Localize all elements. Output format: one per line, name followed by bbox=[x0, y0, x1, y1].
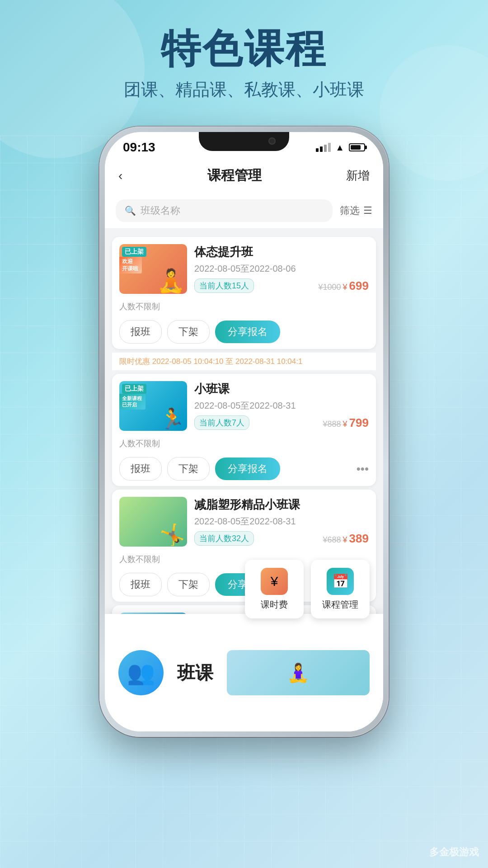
card-1-meta: 当前人数15人 ¥1000 ¥ 699 bbox=[194, 278, 369, 293]
phone-mockup: 09:13 ▲ bbox=[99, 127, 389, 737]
card-3-people: 当前人数32人 bbox=[194, 531, 254, 546]
card-2-top: 已上架 全新课程已开启 小班课 2022-08-05至2022-08-31 当前… bbox=[112, 374, 376, 438]
phone-frame: 09:13 ▲ bbox=[99, 127, 389, 737]
card-3-price: ¥688 ¥ 389 bbox=[323, 532, 369, 546]
bottom-thumb-img: 🧘‍♀️ bbox=[227, 650, 370, 695]
card-1-top: 已上架 欢迎开课啦 体态提升班 2022-08-05至2022-08-06 当前… bbox=[112, 237, 376, 301]
card-2-price: ¥888 ¥ 799 bbox=[323, 416, 369, 430]
card-2-enroll-btn[interactable]: 报班 bbox=[119, 457, 162, 481]
add-button[interactable]: 新增 bbox=[346, 168, 370, 184]
status-icons: ▲ bbox=[316, 142, 365, 153]
card-3-meta: 当前人数32人 ¥688 ¥ 389 bbox=[194, 531, 369, 546]
card-1-actions: 报班 下架 分享报名 bbox=[112, 315, 376, 349]
card-2-title: 小班课 bbox=[194, 381, 369, 397]
card-3-date: 2022-08-05至2022-08-31 bbox=[194, 515, 369, 528]
card-3-enroll-btn[interactable]: 报班 bbox=[119, 573, 162, 596]
signal-icon bbox=[316, 143, 331, 152]
fee-icon: ¥ bbox=[261, 568, 288, 595]
card-2-price-new: 799 bbox=[349, 416, 369, 430]
card-2-status-tag: 已上架 bbox=[122, 384, 146, 394]
mgmt-label: 课程管理 bbox=[322, 599, 358, 611]
card-3-shelve-btn[interactable]: 下架 bbox=[167, 573, 210, 596]
page-title: 课程管理 bbox=[207, 166, 262, 185]
card-1-price-new: 699 bbox=[349, 279, 369, 293]
course-card-2: 已上架 全新课程已开启 小班课 2022-08-05至2022-08-31 当前… bbox=[112, 374, 376, 486]
card-2-meta: 当前人数7人 ¥888 ¥ 799 bbox=[194, 415, 369, 430]
card-2-capacity: 人数不限制 bbox=[112, 438, 376, 452]
card-2-share-btn[interactable]: 分享报名 bbox=[215, 458, 280, 480]
battery-icon bbox=[349, 143, 365, 151]
search-input-box[interactable]: 🔍 班级名称 bbox=[116, 199, 333, 222]
hero-title: 特色课程 bbox=[0, 27, 488, 71]
bottom-thumbnail: 🧘‍♀️ bbox=[227, 650, 370, 695]
promo-banner: 限时优惠 2022-08-05 10:04:10 至 2022-08-31 10… bbox=[112, 353, 376, 370]
card-2-price-old: ¥888 bbox=[323, 420, 341, 429]
card-2-date: 2022-08-05至2022-08-31 bbox=[194, 400, 369, 412]
card-2-price-currency: ¥ bbox=[343, 420, 347, 429]
mgmt-icon: 📅 bbox=[327, 568, 354, 595]
screen-content: 09:13 ▲ bbox=[105, 132, 383, 731]
card-3-thumbnail bbox=[119, 497, 187, 547]
phone-screen: 09:13 ▲ bbox=[105, 132, 383, 731]
wifi-icon: ▲ bbox=[335, 142, 344, 153]
card-1-price-old: ¥1000 bbox=[319, 283, 341, 292]
card-1-price: ¥1000 ¥ 699 bbox=[319, 279, 369, 293]
hero-section: 特色课程 团课、精品课、私教课、小班课 bbox=[0, 27, 488, 101]
phone-notch bbox=[199, 132, 289, 151]
card-3-top: 减脂塑形精品小班课 2022-08-05至2022-08-31 当前人数32人 … bbox=[112, 490, 376, 554]
card-2-shelve-btn[interactable]: 下架 bbox=[167, 457, 210, 481]
card-1-share-btn[interactable]: 分享报名 bbox=[215, 321, 280, 343]
quick-action-fee[interactable]: ¥ 课时费 bbox=[245, 560, 304, 618]
card-2-people: 当前人数7人 bbox=[194, 415, 249, 430]
quick-action-management[interactable]: 📅 课程管理 bbox=[311, 560, 370, 618]
card-3-price-new: 389 bbox=[349, 532, 369, 546]
card-1-capacity: 人数不限制 bbox=[112, 301, 376, 315]
card-1-title: 体态提升班 bbox=[194, 244, 369, 260]
filter-label: 筛选 bbox=[340, 204, 360, 217]
card-3-price-currency: ¥ bbox=[343, 535, 347, 545]
filter-icon: ☰ bbox=[363, 205, 372, 217]
avatar-icon: 👥 bbox=[118, 650, 164, 695]
bottom-label: 班课 bbox=[177, 660, 213, 685]
card-2-info: 小班课 2022-08-05至2022-08-31 当前人数7人 ¥888 ¥ … bbox=[194, 381, 369, 431]
search-icon: 🔍 bbox=[125, 205, 136, 216]
camera-dot bbox=[268, 137, 276, 145]
filter-button[interactable]: 筛选 ☰ bbox=[340, 204, 372, 217]
card-1-shelve-btn[interactable]: 下架 bbox=[167, 320, 210, 344]
card-1-status-tag: 已上架 bbox=[122, 247, 146, 257]
card-1-info: 体态提升班 2022-08-05至2022-08-06 当前人数15人 ¥100… bbox=[194, 244, 369, 294]
card-3-info: 减脂塑形精品小班课 2022-08-05至2022-08-31 当前人数32人 … bbox=[194, 497, 369, 547]
card-1-promo-tag: 欢迎开课啦 bbox=[119, 257, 142, 274]
card-2-new-tag: 全新课程已开启 bbox=[119, 394, 145, 410]
card-1-date: 2022-08-05至2022-08-06 bbox=[194, 263, 369, 275]
app-header: ‹ 课程管理 新增 bbox=[105, 158, 383, 193]
card-3-price-old: ¥688 bbox=[323, 535, 341, 545]
watermark: 多金极游戏 bbox=[429, 845, 479, 859]
quick-action-popup: ¥ 课时费 📅 课程管理 bbox=[245, 560, 370, 618]
card-1-people: 当前人数15人 bbox=[194, 278, 254, 293]
hero-subtitle: 团课、精品课、私教课、小班课 bbox=[0, 78, 488, 101]
fee-label: 课时费 bbox=[261, 599, 288, 611]
status-time: 09:13 bbox=[123, 140, 155, 155]
search-placeholder: 班级名称 bbox=[141, 204, 180, 217]
course-card-1: 已上架 欢迎开课啦 体态提升班 2022-08-05至2022-08-06 当前… bbox=[112, 237, 376, 349]
back-button[interactable]: ‹ bbox=[118, 169, 122, 183]
card-1-price-currency: ¥ bbox=[343, 283, 347, 292]
bottom-bar: 👥 班课 🧘‍♀️ bbox=[105, 614, 383, 731]
card-1-enroll-btn[interactable]: 报班 bbox=[119, 320, 162, 344]
card-1-thumbnail: 已上架 欢迎开课啦 bbox=[119, 244, 187, 294]
card-2-more-btn[interactable]: ••• bbox=[357, 462, 369, 476]
card-3-title: 减脂塑形精品小班课 bbox=[194, 497, 369, 513]
search-bar: 🔍 班级名称 筛选 ☰ bbox=[105, 193, 383, 229]
card-2-actions: 报班 下架 分享报名 ••• bbox=[112, 452, 376, 486]
avatar-emoji: 👥 bbox=[127, 660, 155, 686]
card-2-thumbnail: 已上架 全新课程已开启 bbox=[119, 381, 187, 431]
